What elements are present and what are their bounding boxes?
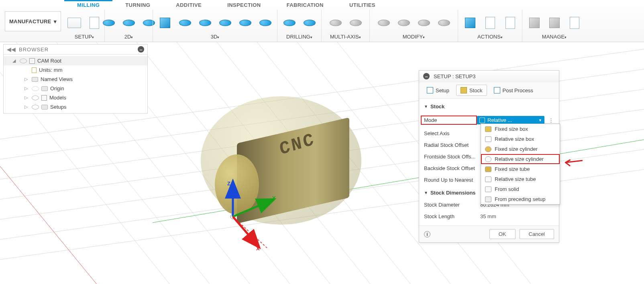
tree-item-units[interactable]: Units: mm: [4, 65, 147, 75]
group-label: 3D: [211, 34, 218, 40]
3d-scallop-icon[interactable]: [258, 16, 273, 30]
tab-post-process[interactable]: Post Process: [489, 85, 538, 96]
visibility-icon[interactable]: [32, 95, 39, 100]
ribbon-tab-fabrication[interactable]: FABRICATION: [274, 0, 336, 10]
mode-label: Mode: [421, 116, 477, 125]
expand-icon[interactable]: ▷: [24, 77, 29, 82]
tree-label: Origin: [50, 85, 64, 91]
ribbon-tab-turning[interactable]: TURNING: [112, 0, 163, 10]
simulate-icon[interactable]: [463, 16, 477, 30]
tree-item-models[interactable]: ▷ Models: [4, 93, 147, 102]
dropdown-item-relative-cylinder[interactable]: Relative size cylinder: [481, 154, 560, 164]
ok-button[interactable]: OK: [489, 229, 516, 239]
chevron-down-icon: ▼: [424, 191, 428, 195]
multiaxis-swarf-icon[interactable]: [328, 16, 343, 30]
chevron-down-icon[interactable]: ▾: [423, 35, 425, 39]
chevron-down-icon[interactable]: ▾: [131, 35, 133, 39]
setup-tab-icon: [427, 87, 433, 93]
multiaxis-flow-icon[interactable]: [348, 16, 363, 30]
3d-adaptive-icon[interactable]: [158, 16, 172, 30]
visibility-icon[interactable]: [32, 105, 39, 110]
ribbon-tab-inspection[interactable]: INSPECTION: [214, 0, 273, 10]
chevron-down-icon[interactable]: ▾: [92, 35, 94, 39]
tool-library-icon[interactable]: [527, 16, 542, 30]
dialog-header[interactable]: – SETUP : SETUP3: [419, 71, 559, 82]
workspace-selector[interactable]: MANUFACTURE ▾: [5, 11, 61, 31]
3d-contour-icon[interactable]: [218, 16, 232, 30]
post-tab-icon: [494, 87, 500, 93]
dropdown-item-from-preceding[interactable]: From preceding setup: [481, 194, 560, 204]
expand-icon[interactable]: ▷: [24, 104, 29, 110]
tree-item-cam-root[interactable]: ◢ CAM Root: [4, 56, 147, 65]
cancel-button[interactable]: Cancel: [520, 229, 554, 239]
browser-tree: ◢ CAM Root Units: mm ▷ Named Views ▷ Ori…: [4, 55, 147, 113]
modify-icon[interactable]: [437, 16, 451, 30]
browser-collapse-icon[interactable]: ◀◀: [7, 46, 16, 53]
dropdown-item-fixed-box[interactable]: Fixed size box: [481, 124, 560, 134]
browser-panel: ◀◀ BROWSER – ◢ CAM Root Units: mm ▷ Name…: [3, 44, 148, 114]
2d-contour-icon[interactable]: [122, 16, 136, 30]
group-drilling: DRILLING ▾: [277, 10, 321, 42]
box-outline-icon: [485, 136, 491, 142]
group-label: MODIFY: [403, 34, 423, 40]
mode-dropdown[interactable]: Relative ... ▼: [477, 116, 544, 124]
postprocess-icon[interactable]: [483, 16, 497, 30]
tube-icon: [485, 166, 491, 172]
component-icon: [29, 58, 35, 64]
info-icon[interactable]: i: [424, 231, 430, 237]
drill-pattern-icon[interactable]: [302, 16, 317, 30]
tree-item-origin[interactable]: ▷ Origin: [4, 84, 147, 93]
chevron-down-icon[interactable]: ▾: [359, 35, 361, 39]
mode-menu-icon[interactable]: ⋮: [548, 117, 554, 123]
stock-length-value: 35 mm: [480, 213, 496, 219]
folder-icon: [41, 86, 48, 91]
tree-item-setups[interactable]: ▷ Setups: [4, 102, 147, 112]
expand-icon[interactable]: ▷: [24, 95, 29, 100]
tree-label: Units: mm: [39, 67, 63, 73]
chevron-down-icon[interactable]: ▾: [310, 35, 312, 39]
3d-ramp-icon[interactable]: [238, 16, 253, 30]
ribbon-tab-additive[interactable]: ADDITIVE: [163, 0, 214, 10]
expand-icon[interactable]: ◢: [12, 58, 17, 63]
visibility-icon[interactable]: [32, 86, 39, 91]
group-actions: ACTIONS ▾: [458, 10, 522, 42]
group-label: SETUP: [75, 34, 92, 40]
dropdown-item-fixed-tube[interactable]: Fixed size tube: [481, 164, 560, 174]
browser-minimize-icon[interactable]: –: [138, 46, 144, 53]
model-preview[interactable]: CNC: [197, 92, 365, 229]
setup-sheet-icon[interactable]: [503, 16, 518, 30]
expand-icon[interactable]: ▷: [24, 86, 29, 91]
tree-item-named-views[interactable]: ▷ Named Views: [4, 75, 147, 84]
ribbon-tab-milling[interactable]: MILLING: [64, 0, 112, 10]
ribbon-tab-utilities[interactable]: UTILITIES: [336, 0, 388, 10]
group-label: MULTI-AXIS: [330, 34, 359, 40]
tree-label: Named Views: [41, 76, 73, 82]
modify-icon[interactable]: [377, 16, 391, 30]
group-setup: SETUP ▾: [64, 10, 104, 42]
group-2d: 2D ▾: [104, 10, 153, 42]
tab-stock[interactable]: Stock: [456, 85, 487, 96]
tab-setup[interactable]: Setup: [422, 85, 454, 96]
modify-icon[interactable]: [417, 16, 431, 30]
folder-icon: [32, 77, 38, 82]
chevron-down-icon[interactable]: ▾: [501, 35, 503, 39]
dialog-collapse-icon[interactable]: –: [423, 73, 430, 79]
visibility-icon[interactable]: [20, 59, 27, 63]
3d-parallel-icon[interactable]: [198, 16, 212, 30]
machine-library-icon[interactable]: [547, 16, 562, 30]
dropdown-item-from-solid[interactable]: From solid: [481, 184, 560, 194]
dropdown-item-relative-box[interactable]: Relative size box: [481, 134, 560, 144]
template-library-icon[interactable]: [567, 16, 582, 30]
section-title-stock[interactable]: ▼Stock: [424, 103, 554, 110]
setup-folder-icon[interactable]: [67, 16, 82, 30]
chevron-down-icon[interactable]: ▾: [565, 35, 567, 39]
dropdown-item-fixed-cylinder[interactable]: Fixed size cylinder: [481, 144, 560, 154]
tree-label: Models: [49, 95, 66, 101]
chevron-down-icon[interactable]: ▾: [217, 35, 219, 39]
setup-gcode-icon[interactable]: [87, 16, 102, 30]
modify-icon[interactable]: [397, 16, 411, 30]
2d-face-icon[interactable]: [102, 16, 116, 30]
dropdown-item-relative-tube[interactable]: Relative size tube: [481, 174, 560, 184]
drill-icon[interactable]: [282, 16, 297, 30]
3d-pocket-icon[interactable]: [178, 16, 192, 30]
